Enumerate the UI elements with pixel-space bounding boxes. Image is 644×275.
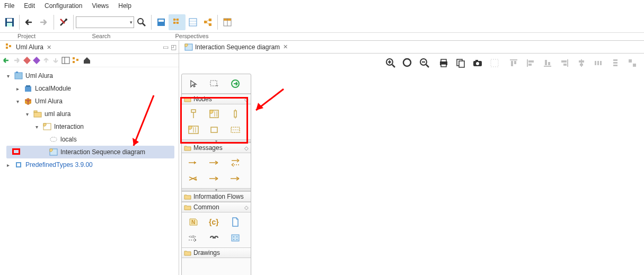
execute-tool[interactable] [228, 77, 243, 90]
tree-diagram[interactable]: Interaction Sequence diagram [60, 148, 145, 156]
zoom-in-icon[interactable] [384, 56, 398, 70]
svg-rect-34 [76, 59, 78, 61]
copy-icon[interactable] [454, 56, 467, 70]
pin-icon[interactable]: ◇ [244, 145, 249, 151]
palette-drawings-header[interactable]: Drawings [182, 247, 251, 258]
return-message-tool[interactable] [228, 156, 243, 169]
tree-predefined[interactable]: PredefinedTypes 3.9.00 [25, 161, 93, 168]
left-mini-toolbar [0, 54, 179, 67]
dependency-tool[interactable]: <d> [186, 232, 201, 244]
print-icon[interactable] [437, 56, 451, 70]
undo-button[interactable] [22, 15, 36, 29]
tree-interaction[interactable]: Interaction [54, 123, 84, 130]
camera-icon[interactable] [471, 56, 484, 70]
tree-umlalura-pkg[interactable]: uml alura [45, 110, 70, 118]
chevron-down-icon[interactable]: ▾ [33, 124, 40, 130]
svg-line-54 [426, 65, 429, 67]
lost-message-tool[interactable] [186, 172, 201, 185]
select-tool[interactable] [186, 77, 201, 90]
diamond-purple-icon[interactable] [33, 57, 40, 64]
search-button[interactable] [135, 15, 148, 29]
perspective-grid-button[interactable] [186, 15, 200, 29]
home-icon[interactable] [83, 56, 91, 65]
perspective-table-button[interactable] [220, 15, 234, 29]
chevron-right-icon[interactable]: ▸ [14, 86, 21, 92]
combined-fragment-tool[interactable] [207, 108, 222, 120]
menu-views[interactable]: Views [92, 2, 109, 10]
close-icon[interactable]: ✕ [46, 44, 51, 51]
restore-icon[interactable]: ◰ [171, 43, 177, 51]
zoom-fit-icon[interactable] [401, 56, 414, 70]
tab-uml-alura[interactable]: Uml Alura ✕ [2, 42, 55, 52]
constraint-tool[interactable]: {c} [207, 216, 222, 228]
editor-tab[interactable]: Interaction Sequence diagram ✕ [181, 42, 291, 52]
palette-nodes-grid [182, 104, 251, 139]
align-right-icon[interactable] [558, 56, 571, 70]
layout-icon[interactable] [61, 57, 70, 64]
chevron-down-icon[interactable]: ▾ [14, 99, 21, 104]
menu-file[interactable]: File [4, 2, 14, 10]
pin-icon[interactable]: ◇ [244, 96, 249, 102]
interaction-use-tool[interactable] [186, 123, 201, 136]
chevron-down-icon[interactable]: ▾ [4, 73, 12, 79]
menu-edit[interactable]: Edit [24, 2, 35, 10]
create-message-tool[interactable] [228, 172, 243, 185]
sync-message-tool[interactable] [186, 156, 201, 169]
select-icon[interactable] [488, 56, 501, 70]
redo-button[interactable] [37, 15, 51, 29]
nav-back-icon[interactable] [2, 57, 11, 64]
svg-rect-28 [23, 57, 31, 64]
diagram-canvas[interactable] [251, 73, 644, 275]
svg-rect-85 [629, 59, 632, 63]
align-center-h-icon[interactable] [575, 56, 588, 70]
state-invariant-tool[interactable] [207, 123, 222, 136]
distribute-v-icon[interactable] [608, 56, 622, 70]
continuation-tool[interactable] [228, 123, 243, 136]
link-tool[interactable] [207, 232, 222, 244]
chevron-down-icon[interactable]: ▾ [23, 111, 31, 117]
align-top-icon[interactable] [507, 56, 521, 70]
minimize-icon[interactable]: ▭ [163, 43, 169, 51]
search-input[interactable]: ▾ [76, 16, 134, 28]
async-message-tool[interactable] [207, 156, 222, 169]
related-tool[interactable] [228, 232, 243, 244]
nav-forward-icon[interactable] [13, 57, 21, 64]
up-icon[interactable] [42, 57, 50, 64]
tree-icon[interactable] [72, 57, 81, 64]
palette-messages-header[interactable]: Messages ◇ [182, 143, 251, 153]
align-left-icon[interactable] [524, 56, 537, 70]
perspective-diagram-button[interactable] [201, 15, 215, 29]
model-tree[interactable]: ▾ Uml Alura ▸ LocalModule ▾ Uml Alura ▾ … [0, 67, 179, 275]
palette-infoflows-header[interactable]: Information Flows [182, 191, 251, 202]
close-icon[interactable]: ✕ [282, 43, 288, 50]
palette-nodes-header[interactable]: Nodes ◇ [182, 94, 251, 104]
tree-locals[interactable]: locals [60, 136, 77, 143]
svg-rect-79 [595, 61, 596, 65]
align-bottom-icon[interactable] [541, 56, 554, 70]
svg-rect-29 [33, 57, 40, 64]
pin-icon[interactable]: ◇ [244, 205, 249, 210]
lifeline-tool[interactable] [186, 108, 201, 120]
menu-configuration[interactable]: Configuration [45, 2, 82, 10]
settings-button[interactable] [57, 15, 70, 29]
chevron-right-icon[interactable]: ▸ [4, 162, 12, 168]
down-icon[interactable] [52, 57, 59, 64]
marquee-tool[interactable]: + [207, 77, 222, 90]
diamond-pink-icon[interactable] [23, 57, 31, 64]
note-tool[interactable]: N [186, 216, 201, 228]
zoom-out-icon[interactable] [418, 56, 431, 70]
tree-umlalura2[interactable]: Uml Alura [35, 97, 63, 105]
svg-rect-95 [234, 111, 236, 117]
layout-auto-icon[interactable] [625, 56, 639, 70]
perspective-tree-button[interactable] [170, 15, 184, 29]
tree-localmodule[interactable]: LocalModule [35, 85, 71, 92]
found-message-tool[interactable] [207, 172, 222, 185]
menu-help[interactable]: Help [118, 2, 131, 10]
execution-spec-tool[interactable] [228, 108, 243, 120]
distribute-h-icon[interactable] [592, 56, 605, 70]
palette-common-header[interactable]: Common ◇ [182, 202, 251, 212]
document-tool[interactable] [228, 216, 243, 228]
tree-root[interactable]: Uml Alura [25, 72, 53, 79]
perspective-model-button[interactable] [154, 15, 168, 29]
save-button[interactable] [3, 15, 16, 29]
